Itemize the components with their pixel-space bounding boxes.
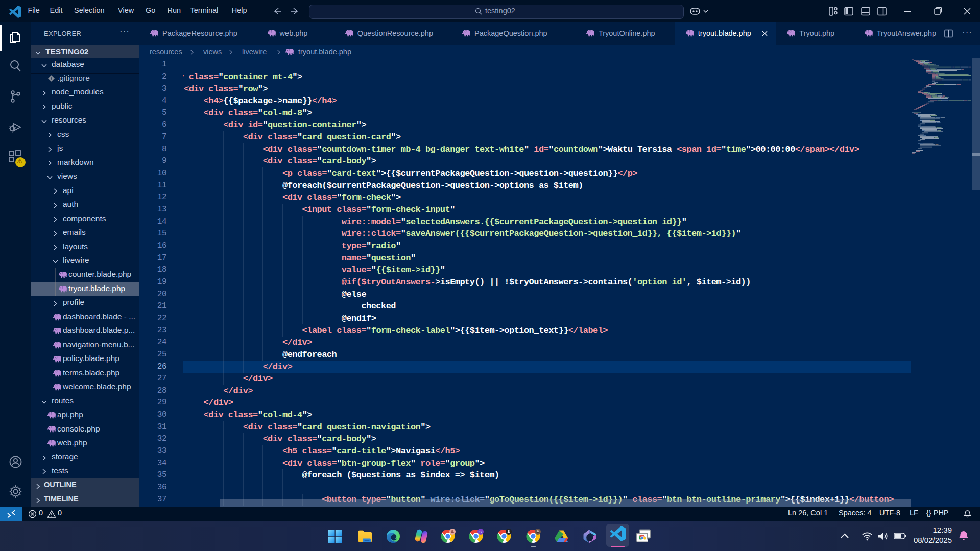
svg-text:S: S xyxy=(479,530,482,534)
